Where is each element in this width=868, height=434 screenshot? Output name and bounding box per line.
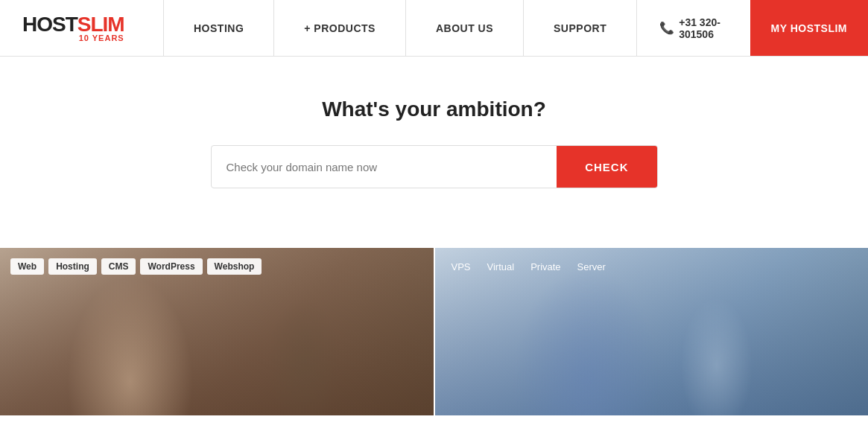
logo-host: HOST — [22, 13, 77, 36]
nav-links: HOSTING + PRODUCTS ABOUT US SUPPORT 📞 +3… — [164, 0, 750, 56]
left-tags: Web Hosting CMS WordPress Webshop — [10, 258, 262, 275]
right-tags: VPS Virtual Private Server — [446, 258, 612, 275]
nav-item-products[interactable]: + PRODUCTS — [274, 0, 406, 56]
phone-icon: 📞 — [659, 21, 674, 35]
hero-title: What's your ambition? — [322, 98, 546, 121]
tag-wordpress: WordPress — [140, 258, 202, 275]
logo[interactable]: HOSTSLIM 10 YEARS — [0, 0, 164, 56]
nav-item-support[interactable]: SUPPORT — [524, 0, 637, 56]
tag-virtual: Virtual — [481, 258, 521, 275]
logo-slim: SLIM — [77, 13, 124, 36]
right-panel[interactable]: VPS Virtual Private Server — [435, 248, 869, 415]
check-button[interactable]: CHECK — [557, 146, 656, 188]
tag-webshop: Webshop — [207, 258, 262, 275]
tag-server: Server — [571, 258, 612, 275]
tag-vps: VPS — [446, 258, 477, 275]
tag-web: Web — [10, 258, 44, 275]
hero-section: What's your ambition? CHECK — [0, 57, 868, 226]
tag-private: Private — [525, 258, 566, 275]
phone-number: +31 320-301506 — [679, 16, 727, 40]
nav-cta: MY HOSTSLIM — [750, 0, 868, 56]
nav-item-hosting[interactable]: HOSTING — [164, 0, 274, 56]
nav-item-about[interactable]: ABOUT US — [406, 0, 524, 56]
navbar: HOSTSLIM 10 YEARS HOSTING + PRODUCTS ABO… — [0, 0, 868, 57]
my-hostslim-button[interactable]: MY HOSTSLIM — [750, 0, 868, 56]
search-bar: CHECK — [211, 145, 658, 188]
nav-phone[interactable]: 📞 +31 320-301506 — [637, 0, 750, 56]
left-panel[interactable]: Web Hosting CMS WordPress Webshop — [0, 248, 434, 415]
domain-search-input[interactable] — [212, 147, 557, 187]
tag-cms: CMS — [101, 258, 136, 275]
tag-hosting: Hosting — [48, 258, 97, 275]
bottom-panels: Web Hosting CMS WordPress Webshop VPS Vi… — [0, 248, 868, 415]
